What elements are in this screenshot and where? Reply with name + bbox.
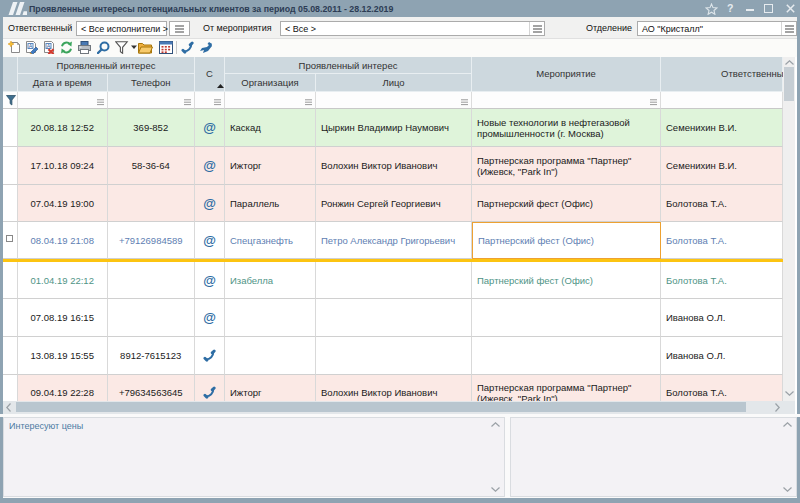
svg-text:A: A [47,43,51,49]
svg-text:A: A [29,43,33,49]
